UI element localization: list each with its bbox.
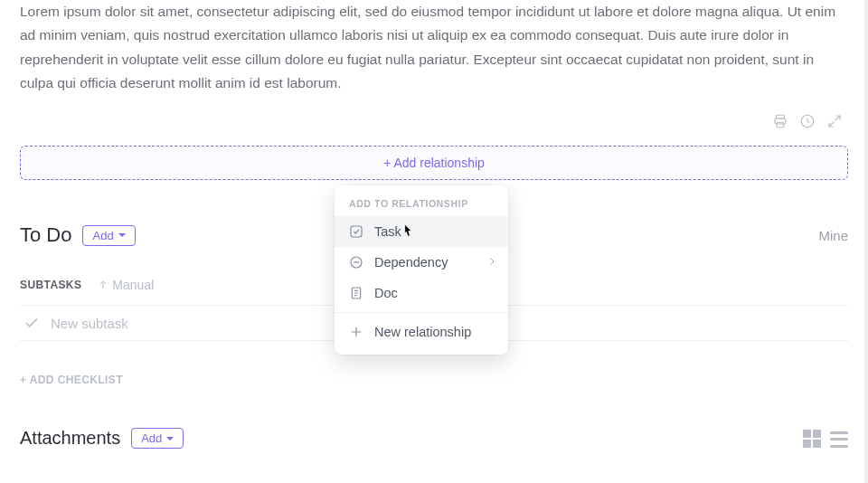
list-view-icon[interactable]: [830, 430, 848, 448]
dropdown-separator: [335, 312, 508, 313]
chevron-down-icon: [166, 437, 174, 440]
plus-icon: [349, 325, 363, 339]
dropdown-item-label: Task: [374, 224, 401, 239]
dropdown-item-task[interactable]: Task: [335, 216, 508, 247]
dropdown-item-dependency[interactable]: Dependency: [335, 247, 508, 278]
arrow-up-icon: [98, 279, 108, 290]
check-icon: [24, 315, 40, 331]
dropdown-item-label: Dependency: [374, 255, 448, 270]
relationship-dropdown: ADD TO RELATIONSHIP Task Dependency Doc …: [335, 185, 508, 355]
chevron-down-icon: [118, 233, 126, 237]
dropdown-item-doc[interactable]: Doc: [335, 278, 508, 308]
add-relationship-button[interactable]: + Add relationship: [20, 146, 848, 180]
scrollbar-track[interactable]: [864, 0, 868, 483]
svg-rect-4: [351, 226, 362, 237]
dropdown-item-label: Doc: [374, 286, 398, 300]
chevron-right-icon: [486, 255, 497, 270]
task-description[interactable]: Lorem ipsum dolor sit amet, consectetur …: [20, 0, 848, 100]
attachments-section-title: Attachments: [20, 428, 120, 449]
dropdown-item-new-relationship[interactable]: New relationship: [335, 317, 508, 347]
add-checklist-button[interactable]: + ADD CHECKLIST: [20, 374, 848, 386]
attachments-add-button[interactable]: Add: [131, 428, 184, 449]
dropdown-item-label: New relationship: [374, 325, 471, 339]
subtasks-sort-toggle[interactable]: Manual: [98, 278, 154, 292]
dropdown-header: ADD TO RELATIONSHIP: [335, 193, 508, 216]
todo-section-title: To Do: [20, 223, 71, 247]
grid-view-icon[interactable]: [803, 430, 821, 448]
expand-icon[interactable]: [826, 113, 843, 133]
attachments-add-label: Add: [141, 431, 162, 445]
mine-filter[interactable]: Mine: [818, 228, 848, 243]
history-icon[interactable]: [799, 113, 816, 133]
print-icon[interactable]: [772, 113, 788, 133]
svg-rect-2: [777, 123, 784, 128]
task-check-icon: [349, 224, 363, 239]
dependency-icon: [349, 255, 363, 270]
doc-icon: [349, 286, 363, 300]
subtasks-label: SUBTASKS: [20, 279, 81, 291]
todo-add-button[interactable]: Add: [82, 225, 135, 246]
subtasks-sort-label: Manual: [112, 278, 154, 292]
todo-add-label: Add: [92, 229, 113, 242]
